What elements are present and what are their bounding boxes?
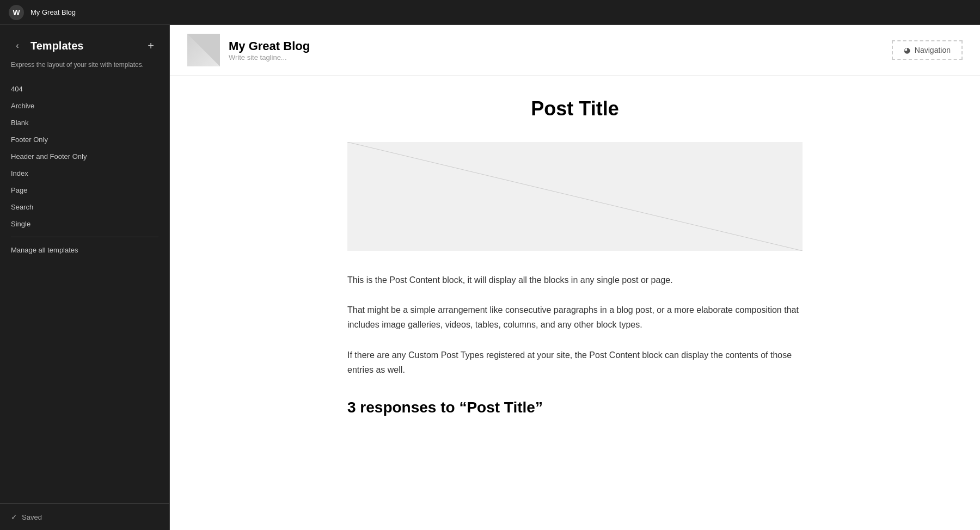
- sidebar: ‹ Templates + Express the layout of your…: [0, 25, 170, 530]
- sidebar-item-blank[interactable]: Blank: [0, 114, 169, 131]
- nav-button-label: Navigation: [915, 46, 951, 54]
- post-paragraph-1: This is the Post Content block, it will …: [347, 273, 803, 287]
- placeholder-diagonal: [347, 142, 803, 251]
- featured-image-placeholder: [347, 142, 803, 251]
- sidebar-item-label: Page: [11, 186, 27, 194]
- manage-all-templates-link[interactable]: Manage all templates: [0, 242, 169, 258]
- preview-site-header: My Great Blog Write site tagline... ◕ Na…: [170, 25, 980, 76]
- preview-post-content: Post Title This is the Post Content bloc…: [330, 76, 820, 438]
- navigation-button[interactable]: ◕ Navigation: [892, 40, 963, 60]
- sidebar-item-404[interactable]: 404: [0, 81, 169, 97]
- post-body: This is the Post Content block, it will …: [347, 273, 803, 377]
- wordpress-logo[interactable]: W: [9, 5, 24, 20]
- sidebar-item-label: 404: [11, 85, 23, 93]
- post-title: Post Title: [347, 97, 803, 120]
- sidebar-title: Templates: [30, 40, 83, 52]
- compass-icon: ◕: [904, 46, 910, 54]
- sidebar-footer: ✓ Saved: [0, 503, 169, 530]
- sidebar-divider: [11, 237, 158, 237]
- post-paragraph-3: If there are any Custom Post Types regis…: [347, 348, 803, 377]
- post-paragraph-2: That might be a simple arrangement like …: [347, 303, 803, 332]
- responses-title: 3 responses to “Post Title”: [347, 399, 803, 416]
- sidebar-item-footer-only[interactable]: Footer Only: [0, 131, 169, 148]
- preview-area: My Great Blog Write site tagline... ◕ Na…: [170, 25, 980, 530]
- sidebar-item-page[interactable]: Page: [0, 182, 169, 199]
- saved-checkmark-icon: ✓: [11, 513, 17, 521]
- templates-nav: 404 Archive Blank Footer Only Header and…: [0, 81, 169, 503]
- site-title: My Great Blog: [30, 8, 76, 16]
- sidebar-item-label: Search: [11, 203, 33, 211]
- sidebar-item-label: Single: [11, 220, 30, 228]
- site-tagline: Write site tagline...: [229, 53, 310, 61]
- site-name: My Great Blog: [229, 39, 310, 53]
- svg-line-0: [347, 142, 803, 251]
- sidebar-item-label: Header and Footer Only: [11, 152, 87, 161]
- sidebar-item-header-footer-only[interactable]: Header and Footer Only: [0, 148, 169, 165]
- sidebar-item-label: Index: [11, 169, 28, 177]
- sidebar-item-label: Blank: [11, 119, 29, 127]
- sidebar-item-label: Archive: [11, 102, 34, 110]
- sidebar-description: Express the layout of your site with tem…: [0, 58, 169, 81]
- back-button[interactable]: ‹: [11, 39, 24, 52]
- site-logo: [187, 34, 220, 66]
- sidebar-header-left: ‹ Templates: [11, 39, 83, 52]
- site-branding: My Great Blog Write site tagline...: [187, 34, 310, 66]
- sidebar-item-index[interactable]: Index: [0, 165, 169, 182]
- sidebar-item-label: Footer Only: [11, 135, 48, 144]
- sidebar-item-single[interactable]: Single: [0, 215, 169, 232]
- top-bar: W My Great Blog: [0, 0, 980, 25]
- sidebar-item-archive[interactable]: Archive: [0, 97, 169, 114]
- site-logo-inner: [187, 34, 220, 66]
- add-template-button[interactable]: +: [143, 38, 158, 53]
- wp-logo-text: W: [13, 8, 20, 17]
- sidebar-header: ‹ Templates +: [0, 25, 169, 58]
- saved-label: Saved: [22, 513, 42, 521]
- sidebar-item-search[interactable]: Search: [0, 199, 169, 215]
- site-info: My Great Blog Write site tagline...: [229, 39, 310, 61]
